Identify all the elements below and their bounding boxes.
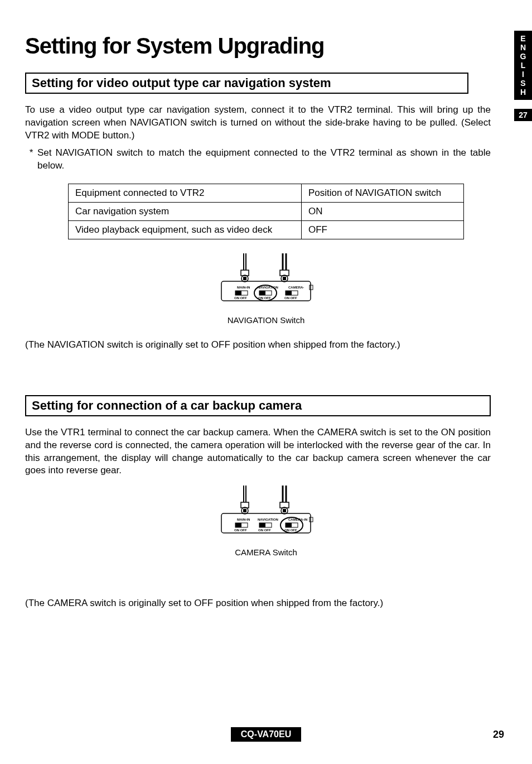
navigation-switch-diagram: MAIN-IN NAVIGATION CAMERA- ON OFF ON OFF… bbox=[25, 251, 507, 309]
table-cell: ON bbox=[301, 202, 463, 220]
section1-footnote: (The NAVIGATION switch is originally set… bbox=[25, 339, 491, 352]
page-title: Setting for System Upgrading bbox=[25, 33, 507, 59]
svg-text:ON OFF: ON OFF bbox=[284, 296, 297, 300]
page-number: 29 bbox=[493, 729, 504, 741]
table-cell: OFF bbox=[301, 220, 463, 239]
svg-text:ON OFF: ON OFF bbox=[284, 528, 297, 532]
section2-heading: Setting for connection of a car backup c… bbox=[25, 395, 491, 416]
svg-rect-5 bbox=[243, 277, 246, 280]
language-tab: ENGLISH bbox=[514, 31, 532, 100]
section1-heading: Setting for video output type car naviga… bbox=[25, 73, 468, 94]
svg-rect-15 bbox=[235, 291, 241, 295]
section1-note-text: Set NAVIGATION switch to match the equip… bbox=[37, 147, 491, 172]
table-cell: Car navigation system bbox=[69, 202, 302, 220]
svg-rect-24 bbox=[309, 285, 313, 290]
svg-rect-10 bbox=[283, 277, 286, 280]
svg-rect-21 bbox=[286, 291, 292, 295]
footer: CQ-VA70EU bbox=[0, 727, 532, 742]
section2-paragraph: Use the VTR1 terminal to connect the car… bbox=[25, 426, 491, 478]
table-row: Video playback equipment, such as video … bbox=[69, 220, 464, 239]
model-badge: CQ-VA70EU bbox=[231, 727, 301, 742]
svg-text:MAIN-IN: MAIN-IN bbox=[237, 518, 250, 521]
svg-rect-40 bbox=[235, 523, 241, 527]
camera-switch-diagram: MAIN-IN NAVIGATION CAMERA-IN ON OFF ON O… bbox=[25, 483, 507, 541]
svg-rect-46 bbox=[286, 523, 292, 527]
svg-rect-35 bbox=[283, 509, 286, 512]
camera-switch-caption: CAMERA Switch bbox=[25, 547, 507, 557]
svg-text:CAMERA-: CAMERA- bbox=[288, 286, 304, 289]
section1-note: * Set NAVIGATION switch to match the equ… bbox=[25, 147, 491, 172]
svg-text:MAIN-IN: MAIN-IN bbox=[237, 286, 250, 289]
table-header-position: Position of NAVIGATION switch bbox=[301, 184, 463, 202]
table-row: Car navigation system ON bbox=[69, 202, 464, 220]
svg-rect-43 bbox=[259, 523, 265, 527]
svg-text:ON OFF: ON OFF bbox=[258, 296, 271, 300]
svg-text:NAVIGATION: NAVIGATION bbox=[258, 518, 278, 521]
svg-text:ON OFF: ON OFF bbox=[234, 296, 247, 300]
section1-paragraph: To use a video output type car navigatio… bbox=[25, 104, 491, 142]
language-tab-text: ENGLISH bbox=[514, 34, 532, 97]
svg-rect-49 bbox=[309, 517, 313, 522]
asterisk-icon: * bbox=[25, 147, 37, 172]
side-page-number: 27 bbox=[514, 109, 532, 121]
table-header-equipment: Equipment connected to VTR2 bbox=[69, 184, 302, 202]
table-cell: Video playback equipment, such as video … bbox=[69, 220, 302, 239]
navigation-switch-caption: NAVIGATION Switch bbox=[25, 315, 507, 325]
section2-footnote: (The CAMERA switch is originally set to … bbox=[25, 597, 491, 610]
svg-rect-18 bbox=[259, 291, 265, 295]
navigation-switch-table: Equipment connected to VTR2 Position of … bbox=[68, 184, 464, 239]
svg-text:ON OFF: ON OFF bbox=[234, 528, 247, 532]
svg-text:ON OFF: ON OFF bbox=[258, 528, 271, 532]
svg-rect-30 bbox=[243, 509, 246, 512]
